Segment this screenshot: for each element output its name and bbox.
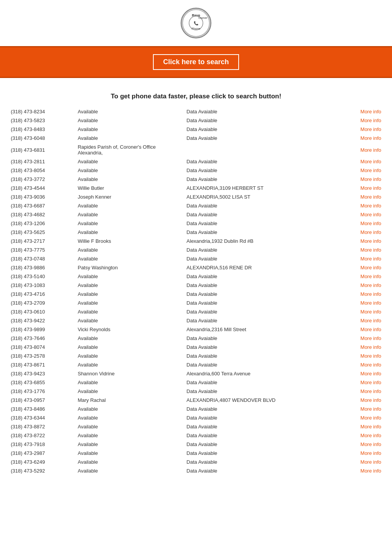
- action-cell[interactable]: More info: [342, 210, 384, 219]
- more-info-link[interactable]: More info: [360, 212, 381, 217]
- table-row: (318) 473-9899Vicki ReynoldsAlexandria,2…: [8, 325, 384, 334]
- more-info-link[interactable]: More info: [360, 353, 381, 359]
- action-cell[interactable]: More info: [342, 201, 384, 210]
- search-link[interactable]: Click here to search: [153, 54, 239, 70]
- table-row: (318) 473-8486AvailableData AvaiableMore…: [8, 405, 384, 413]
- more-info-link[interactable]: More info: [360, 362, 381, 368]
- action-cell[interactable]: More info: [342, 192, 384, 201]
- action-cell[interactable]: More info: [342, 281, 384, 290]
- more-info-link[interactable]: More info: [360, 397, 381, 403]
- action-cell[interactable]: More info: [342, 184, 384, 192]
- action-cell[interactable]: More info: [342, 316, 384, 325]
- more-info-link[interactable]: More info: [360, 247, 381, 253]
- phone-cell: (318) 473-6687: [8, 201, 75, 210]
- more-info-link[interactable]: More info: [360, 335, 381, 341]
- action-cell[interactable]: More info: [342, 107, 384, 116]
- name-cell: Available: [75, 125, 183, 134]
- action-cell[interactable]: More info: [342, 116, 384, 125]
- action-cell[interactable]: More info: [342, 228, 384, 237]
- action-cell[interactable]: More info: [342, 440, 384, 449]
- more-info-link[interactable]: More info: [360, 468, 381, 474]
- action-cell[interactable]: More info: [342, 290, 384, 299]
- phone-cell: (318) 473-9422: [8, 316, 75, 325]
- more-info-link[interactable]: More info: [360, 229, 381, 235]
- more-info-link[interactable]: More info: [360, 318, 381, 323]
- address-cell: Data Avaiable: [183, 201, 342, 210]
- more-info-link[interactable]: More info: [360, 238, 381, 244]
- address-cell: Data Avaiable: [183, 440, 342, 449]
- action-cell[interactable]: More info: [342, 405, 384, 413]
- action-cell[interactable]: More info: [342, 449, 384, 458]
- more-info-link[interactable]: More info: [360, 194, 381, 200]
- search-banner[interactable]: Click here to search: [0, 46, 392, 78]
- action-cell[interactable]: More info: [342, 378, 384, 387]
- action-cell[interactable]: More info: [342, 334, 384, 343]
- phone-cell: (318) 473-1206: [8, 219, 75, 228]
- phone-cell: (318) 473-7646: [8, 334, 75, 343]
- action-cell[interactable]: More info: [342, 352, 384, 360]
- action-cell[interactable]: More info: [342, 237, 384, 245]
- more-info-link[interactable]: More info: [360, 380, 381, 385]
- more-info-link[interactable]: More info: [360, 459, 381, 465]
- action-cell[interactable]: More info: [342, 307, 384, 316]
- action-cell[interactable]: More info: [342, 325, 384, 334]
- table-row: (318) 473-9422AvailableData AvaiableMore…: [8, 316, 384, 325]
- more-info-link[interactable]: More info: [360, 450, 381, 456]
- action-cell[interactable]: More info: [342, 369, 384, 378]
- more-info-link[interactable]: More info: [360, 406, 381, 412]
- more-info-link[interactable]: More info: [360, 176, 381, 182]
- action-cell[interactable]: More info: [342, 166, 384, 175]
- action-cell[interactable]: More info: [342, 245, 384, 254]
- more-info-link[interactable]: More info: [360, 441, 381, 447]
- action-cell[interactable]: More info: [342, 413, 384, 422]
- more-info-link[interactable]: More info: [360, 135, 381, 141]
- more-info-link[interactable]: More info: [360, 291, 381, 297]
- action-cell[interactable]: More info: [342, 272, 384, 281]
- name-cell: Shannon Vidrine: [75, 369, 183, 378]
- action-cell[interactable]: More info: [342, 219, 384, 228]
- more-info-link[interactable]: More info: [360, 424, 381, 430]
- action-cell[interactable]: More info: [342, 360, 384, 369]
- action-cell[interactable]: More info: [342, 466, 384, 475]
- more-info-link[interactable]: More info: [360, 433, 381, 438]
- more-info-link[interactable]: More info: [360, 126, 381, 132]
- action-cell[interactable]: More info: [342, 254, 384, 263]
- more-info-link[interactable]: More info: [360, 282, 381, 288]
- more-info-link[interactable]: More info: [360, 109, 381, 114]
- more-info-link[interactable]: More info: [360, 256, 381, 262]
- more-info-link[interactable]: More info: [360, 388, 381, 394]
- name-cell: Joseph Kenner: [75, 192, 183, 201]
- more-info-link[interactable]: More info: [360, 147, 381, 153]
- more-info-link[interactable]: More info: [360, 168, 381, 173]
- action-cell[interactable]: More info: [342, 134, 384, 143]
- more-info-link[interactable]: More info: [360, 415, 381, 421]
- action-cell[interactable]: More info: [342, 422, 384, 431]
- action-cell[interactable]: More info: [342, 431, 384, 440]
- action-cell[interactable]: More info: [342, 343, 384, 352]
- more-info-link[interactable]: More info: [360, 159, 381, 164]
- more-info-link[interactable]: More info: [360, 309, 381, 315]
- action-cell[interactable]: More info: [342, 143, 384, 157]
- more-info-link[interactable]: More info: [360, 265, 381, 270]
- more-info-link[interactable]: More info: [360, 327, 381, 332]
- more-info-link[interactable]: More info: [360, 344, 381, 350]
- action-cell[interactable]: More info: [342, 396, 384, 405]
- more-info-link[interactable]: More info: [360, 300, 381, 306]
- action-cell[interactable]: More info: [342, 387, 384, 396]
- table-row: (318) 473-8483AvailableData AvaiableMore…: [8, 125, 384, 134]
- action-cell[interactable]: More info: [342, 125, 384, 134]
- action-cell[interactable]: More info: [342, 299, 384, 307]
- action-cell[interactable]: More info: [342, 175, 384, 184]
- more-info-link[interactable]: More info: [360, 221, 381, 226]
- action-cell[interactable]: More info: [342, 263, 384, 272]
- more-info-link[interactable]: More info: [360, 118, 381, 123]
- address-cell: Alexandria,2316 Mill Street: [183, 325, 342, 334]
- more-info-link[interactable]: More info: [360, 371, 381, 377]
- address-cell: Data Avaiable: [183, 228, 342, 237]
- action-cell[interactable]: More info: [342, 458, 384, 466]
- more-info-link[interactable]: More info: [360, 203, 381, 209]
- action-cell[interactable]: More info: [342, 157, 384, 166]
- more-info-link[interactable]: More info: [360, 274, 381, 279]
- phone-cell: (318) 473-9886: [8, 263, 75, 272]
- more-info-link[interactable]: More info: [360, 185, 381, 191]
